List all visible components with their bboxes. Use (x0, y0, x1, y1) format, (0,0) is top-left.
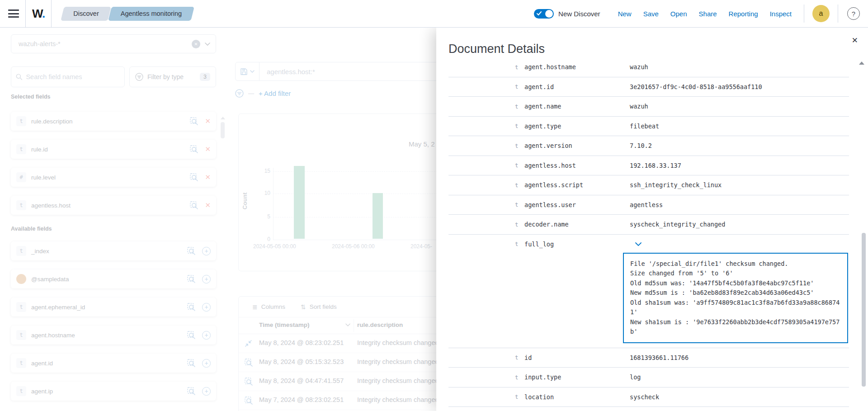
inspect-icon[interactable] (190, 201, 198, 210)
inspect-icon[interactable] (187, 247, 196, 255)
field-row-agentless-host: t agentless.host 192.168.33.137 (448, 156, 849, 176)
string-type-icon: t (515, 354, 521, 361)
field-item-rule-id[interactable]: t rule.id ✕ (11, 140, 216, 159)
logo-dot-icon: . (42, 7, 45, 20)
add-field-icon[interactable]: + (202, 331, 211, 340)
field-item-agent-ephemeral-id[interactable]: t agent.ephemeral_id + (11, 298, 216, 317)
inspect-doc-icon[interactable] (245, 378, 253, 386)
help-icon[interactable]: ? (847, 7, 860, 20)
search-icon (16, 73, 22, 80)
inspect-icon[interactable] (187, 359, 196, 368)
index-pattern-selector[interactable]: wazuh-alerts-* ✕ (11, 34, 216, 53)
add-filter-button[interactable]: + Add filter (259, 90, 291, 97)
inspect-icon[interactable] (187, 387, 196, 396)
string-type-icon: t (515, 83, 521, 90)
window-scrollbar[interactable] (862, 233, 866, 387)
remove-field-icon[interactable]: ✕ (205, 117, 211, 125)
reporting-button[interactable]: Reporting (729, 10, 758, 18)
field-item-index[interactable]: t _index + (11, 241, 216, 260)
field-item-rule-description[interactable]: t rule.description ✕ (11, 112, 216, 131)
breadcrumb-tabs: Discover Agentless monitoring (62, 7, 193, 21)
inspect-icon[interactable] (190, 173, 198, 182)
filter-count-badge: 3 (200, 73, 210, 81)
selected-fields-heading: Selected fields (11, 94, 51, 100)
histogram-bar[interactable] (373, 193, 383, 239)
remove-field-icon[interactable]: ✕ (205, 173, 211, 181)
inspect-icon[interactable] (190, 117, 198, 126)
new-discover-label: New Discover (558, 10, 600, 18)
tab-agentless-monitoring[interactable]: Agentless monitoring (110, 7, 193, 21)
dash-icon: — (248, 90, 254, 97)
inspect-doc-icon[interactable] (245, 359, 253, 367)
remove-field-icon[interactable]: ✕ (205, 201, 211, 209)
x-tick: 2024-05-05 00:00 (253, 243, 296, 250)
field-type-icon: t (16, 358, 26, 368)
add-field-icon[interactable]: + (202, 303, 211, 312)
sidebar-scrollbar[interactable] (221, 122, 225, 138)
inspect-icon[interactable] (187, 275, 196, 283)
field-type-icon: t (16, 116, 26, 126)
tab-discover[interactable]: Discover (62, 7, 109, 21)
field-row-full-log: t full_log File '/special_dir/file1' che… (448, 235, 849, 348)
search-field-names-input[interactable] (26, 73, 120, 80)
description-column-header[interactable]: rule.description (357, 321, 403, 328)
y-tick: 5 (255, 213, 270, 220)
field-item-agent-hostname[interactable]: t agent.hostname + (11, 326, 216, 345)
menu-icon[interactable] (8, 9, 19, 18)
new-button[interactable]: New (618, 10, 632, 18)
field-row-id: t id 1681393661.11766 (448, 348, 849, 368)
sort-fields-button[interactable]: ⇅Sort fields (301, 303, 337, 311)
filter-icon (235, 89, 244, 98)
add-field-icon[interactable]: + (202, 275, 211, 283)
avatar[interactable]: a (812, 5, 830, 22)
document-fields-table: t agent.hostname wazuh t agent.id 3e2016… (448, 57, 849, 411)
share-button[interactable]: Share (699, 10, 717, 18)
add-field-icon[interactable]: + (202, 359, 211, 368)
y-axis-line (273, 168, 274, 240)
filter-icon (135, 73, 143, 81)
close-icon[interactable]: ✕ (852, 36, 858, 45)
chevron-down-icon (250, 70, 255, 73)
chevron-down-icon[interactable] (205, 43, 210, 46)
full-log-value[interactable]: File '/special_dir/file1' checksum chang… (623, 253, 848, 343)
clear-icon[interactable]: ✕ (192, 40, 200, 48)
field-item-rule-level[interactable]: # rule.level ✕ (11, 168, 216, 187)
field-row-agent-name: t agent.name wazuh (448, 97, 849, 117)
string-type-icon: t (515, 182, 521, 189)
field-item-sampledata[interactable]: @sampledata + (11, 269, 216, 288)
top-navbar: W. Discover Agentless monitoring New Dis… (0, 0, 868, 28)
chevron-down-icon[interactable] (345, 323, 350, 326)
save-query-button[interactable] (235, 62, 259, 81)
inspect-icon[interactable] (187, 303, 196, 312)
field-row-agent-id: t agent.id 3e201657-df9c-4c0d-8518-aa955… (448, 77, 849, 97)
time-column-header[interactable]: Time (timestamp) (259, 321, 310, 328)
inspect-icon[interactable] (190, 145, 198, 154)
filter-by-type-button[interactable]: Filter by type 3 (129, 66, 216, 87)
histogram-bar[interactable] (294, 166, 305, 239)
scroll-up-icon[interactable] (859, 61, 864, 65)
inspect-doc-icon[interactable] (245, 397, 253, 405)
open-button[interactable]: Open (670, 10, 687, 18)
field-row-agent-type: t agent.type filebeat (448, 117, 849, 137)
string-type-icon: t (515, 162, 521, 169)
collapse-chevron-icon[interactable] (635, 242, 642, 246)
field-item-agent-ip[interactable]: t agent.ip + (11, 382, 216, 401)
add-field-icon[interactable]: + (202, 387, 211, 396)
string-type-icon: t (515, 123, 521, 129)
add-filter-row: — + Add filter (235, 89, 291, 98)
columns-button[interactable]: ≣Columns (252, 303, 285, 311)
field-item-agentless-host[interactable]: t agentless.host ✕ (11, 196, 216, 215)
field-type-icon: t (16, 200, 26, 210)
inspect-button[interactable]: Inspect (770, 10, 792, 18)
minimize-doc-icon[interactable] (245, 340, 252, 347)
sidebar-scroll-up-icon[interactable] (221, 117, 225, 119)
add-field-icon[interactable]: + (202, 247, 211, 255)
string-type-icon: t (515, 201, 521, 208)
inspect-icon[interactable] (187, 331, 196, 340)
remove-field-icon[interactable]: ✕ (205, 145, 211, 153)
app-logo[interactable]: W. (32, 7, 45, 21)
new-discover-toggle[interactable] (534, 9, 554, 19)
save-button[interactable]: Save (643, 10, 659, 18)
field-search (11, 66, 125, 87)
field-item-agent-id[interactable]: t agent.id + (11, 354, 216, 373)
